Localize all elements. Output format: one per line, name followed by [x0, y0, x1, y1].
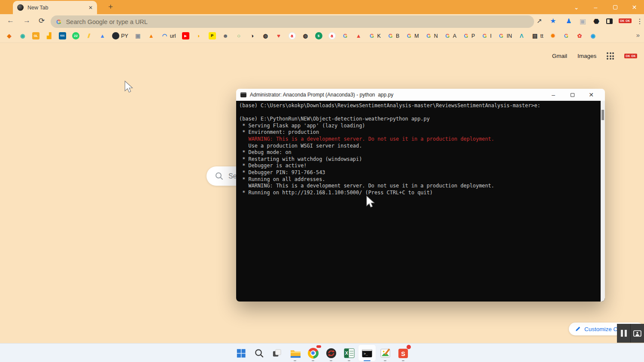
side-panel-icon[interactable] — [606, 18, 613, 24]
bookmark-airtel[interactable]: a — [289, 32, 296, 39]
anaconda-prompt-window[interactable]: Administrator: Anaconda Prompt (Anaconda… — [236, 89, 605, 302]
bookmark-photos-pinwheel[interactable]: ✿ — [576, 32, 583, 39]
bookmark-dark-globe[interactable]: ◍ — [262, 32, 269, 39]
running-indicator — [330, 360, 332, 362]
bookmark-google-b[interactable]: GB — [387, 32, 399, 39]
running-indicator — [348, 360, 350, 362]
extension-grey-icon[interactable]: ▣ — [580, 17, 586, 25]
taskbar-screenrec-icon[interactable]: S — [394, 344, 412, 362]
bookmark-tt-app[interactable]: ▤tt — [531, 32, 543, 39]
scrollbar-thumb[interactable] — [601, 110, 604, 120]
bookmark-url-blue[interactable]: ◠url — [161, 32, 176, 39]
bookmark-kite[interactable]: ◆ — [6, 32, 13, 39]
close-button[interactable]: ✕ — [625, 4, 644, 11]
bookmark-pma[interactable]: ▲ — [148, 32, 155, 39]
tab-new-tab[interactable]: New Tab ✕ — [13, 1, 97, 14]
airtel-icon: a — [289, 32, 296, 39]
taskbar-file-explorer-icon[interactable] — [286, 344, 304, 362]
google-i-icon: G — [481, 32, 488, 39]
taskbar-chrome-icon[interactable] — [304, 344, 322, 362]
tab-close-icon[interactable]: ✕ — [88, 5, 93, 11]
terminal-close-button[interactable]: ✕ — [582, 91, 601, 98]
maximize-button[interactable] — [605, 4, 625, 11]
bookmark-google-in[interactable]: GIN — [498, 32, 512, 39]
bookmark-star-icon[interactable]: ★ — [550, 17, 556, 25]
bookmark-google-p[interactable]: GP — [462, 32, 475, 39]
bookmarks-overflow-icon[interactable]: » — [636, 31, 640, 39]
extensions-puzzle-icon[interactable]: ⬣ — [593, 17, 599, 25]
gmail-link[interactable]: Gmail — [552, 53, 567, 59]
forward-icon[interactable]: → — [23, 16, 30, 25]
bookmark-label: url — [170, 33, 176, 39]
bookmark-google-2[interactable]: G — [562, 32, 570, 39]
terminal-content[interactable]: (base) C:\Users\okokp\Downloads\ReviewsS… — [236, 101, 605, 302]
bookmark-github[interactable]: PY — [112, 32, 128, 39]
bookmark-orange-sun[interactable]: ✹ — [549, 32, 556, 39]
back-icon[interactable]: ← — [7, 16, 14, 25]
bookmark-tri-color[interactable]: ▲ — [355, 32, 362, 39]
terminal-minimize-button[interactable]: – — [544, 91, 563, 98]
bookmark-play-triangle[interactable]: ▲ — [99, 32, 106, 39]
bookmark-heart[interactable]: ♥ — [275, 32, 283, 39]
taskbar-start-icon[interactable] — [232, 344, 250, 362]
bookmark-p-yellow[interactable]: P — [209, 32, 216, 39]
bookmark-green-22[interactable]: 22 — [72, 32, 79, 39]
terminal-maximize-button[interactable] — [563, 91, 582, 98]
bookmark-google-ads[interactable]: ⫽ — [85, 32, 93, 39]
github-icon — [112, 32, 119, 39]
bookmark-google[interactable]: G — [342, 32, 349, 39]
bookmark-gl-orange[interactable]: GL — [32, 32, 39, 39]
google-apps-grid-icon[interactable] — [607, 52, 614, 60]
bookmark-label: M — [414, 33, 419, 39]
share-icon[interactable]: ↗ — [537, 17, 542, 25]
new-tab-button[interactable]: + — [108, 2, 113, 12]
bookmark-teal-mountain[interactable]: Λ — [518, 32, 525, 39]
bookmark-label: P — [471, 33, 475, 39]
bookmark-google-m[interactable]: GM — [405, 32, 419, 39]
webcam-toggle-button[interactable] — [631, 324, 644, 343]
ieee-icon: IEEE — [59, 32, 66, 39]
taskbar-excel-icon[interactable]: X — [340, 344, 358, 362]
bookmark-airtel-2[interactable]: a — [328, 32, 336, 39]
minimize-button[interactable]: – — [586, 4, 605, 11]
chevron-down-icon[interactable]: ⌄ — [567, 4, 586, 11]
bookmark-goose-bw[interactable]: ◑ — [249, 32, 256, 39]
taskbar-dark-red-arrows-app-icon[interactable] — [322, 344, 340, 362]
mouse-cursor — [124, 81, 134, 95]
menu-dots-icon[interactable]: ⋮ — [636, 17, 643, 25]
bookmark-orange-bird[interactable]: ◗ — [195, 32, 203, 39]
okok-extension-icon[interactable]: OK OK — [619, 18, 632, 23]
bookmark-google-n[interactable]: GN — [425, 32, 438, 39]
bookmark-dark-globe-2[interactable]: ◍ — [302, 32, 309, 39]
reload-icon[interactable]: ⟳ — [39, 16, 45, 25]
terminal-scrollbar[interactable] — [601, 101, 605, 302]
bookmark-green-badge[interactable]: $ — [315, 32, 322, 39]
bookmark-analytics[interactable]: ▟ — [46, 32, 53, 39]
taskbar-task-view-icon[interactable] — [268, 344, 286, 362]
address-bar[interactable]: G Search Google or type a URL — [51, 15, 534, 28]
bookmark-youtube[interactable]: ▶ — [182, 32, 189, 39]
bookmark-green-ring[interactable]: ○ — [235, 32, 243, 39]
images-link[interactable]: Images — [577, 53, 596, 59]
orange-bird-icon: ◗ — [195, 32, 203, 39]
terminal-titlebar[interactable]: Administrator: Anaconda Prompt (Anaconda… — [236, 89, 605, 101]
bookmark-google-i[interactable]: GI — [481, 32, 491, 39]
bookmark-google-a[interactable]: GA — [444, 32, 456, 39]
bookmark-grey-app[interactable]: ▣ — [134, 32, 142, 39]
pause-button[interactable] — [617, 324, 630, 343]
bookmark-face[interactable]: ☻ — [222, 32, 229, 39]
restore-icon — [613, 5, 617, 9]
bookmark-ieee[interactable]: IEEE — [59, 32, 66, 39]
bookmark-sbi-blue[interactable]: ◉ — [589, 32, 596, 39]
extension-person-icon[interactable]: ♟ — [566, 17, 571, 25]
bookmark-google-k[interactable]: GK — [368, 32, 381, 39]
taskbar-photo-editor-icon[interactable] — [376, 344, 394, 362]
profile-avatar[interactable]: OK OK — [624, 54, 637, 58]
terminal-line: * Environment: production — [239, 129, 598, 136]
taskbar-command-prompt-icon[interactable]: >_ — [358, 344, 376, 362]
bookmark-teal-swirl[interactable]: ◉ — [19, 32, 26, 39]
taskbar-search-icon[interactable] — [250, 344, 268, 362]
terminal-line: * Running on http://192.168.1.100:5000/ … — [239, 190, 598, 196]
face-icon: ☻ — [222, 32, 229, 39]
sbi-blue-icon: ◉ — [589, 32, 596, 39]
